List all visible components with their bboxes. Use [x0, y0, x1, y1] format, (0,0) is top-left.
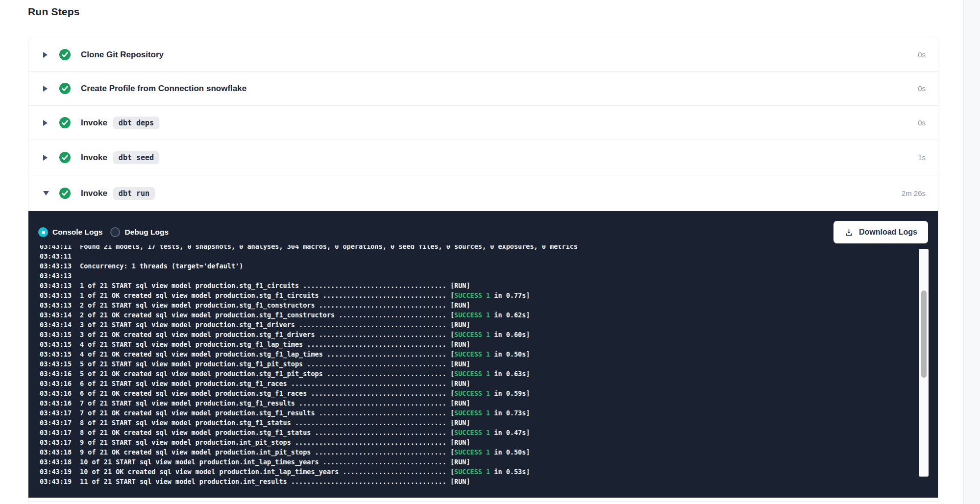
step-row-dbt-seed[interactable]: Invoke dbt seed 1s — [28, 140, 938, 175]
log-line: 03:43:153 of 21 OK created sql view mode… — [40, 330, 908, 339]
log-type-switcher: Console Logs Debug Logs — [38, 227, 176, 237]
page-title: Run Steps — [28, 6, 80, 18]
log-line: 03:43:1810 of 21 START sql view model pr… — [40, 457, 908, 467]
step-label: Create Profile from Connection snowflake — [81, 84, 246, 94]
radio-debug-logs[interactable]: Debug Logs — [110, 227, 169, 237]
log-line: 03:43:11Found 21 models, 17 tests, 0 sna… — [40, 245, 908, 251]
step-row-dbt-run[interactable]: Invoke dbt run 2m 26s — [28, 175, 938, 211]
step-row-dbt-deps[interactable]: Invoke dbt deps 0s — [28, 106, 938, 140]
log-line: 03:43:142 of 21 OK created sql view mode… — [40, 310, 908, 320]
log-line: 03:43:1911 of 21 START sql view model pr… — [40, 477, 908, 486]
radio-unselected-icon[interactable] — [110, 227, 120, 237]
step-duration: 2m 26s — [902, 189, 926, 197]
step-label: Invoke — [81, 153, 107, 163]
panel-bottom-gap — [28, 498, 938, 501]
log-line: 03:43:154 of 21 OK created sql view mode… — [40, 349, 908, 359]
step-duration: 0s — [918, 119, 926, 127]
expand-caret-icon[interactable] — [43, 52, 48, 58]
success-check-icon — [59, 152, 71, 163]
success-check-icon — [59, 83, 71, 94]
log-line: 03:43:143 of 21 START sql view model pro… — [40, 320, 908, 330]
success-check-icon — [59, 49, 71, 60]
command-badge: dbt seed — [113, 151, 159, 164]
expand-caret-icon[interactable] — [43, 120, 48, 126]
step-label: Invoke — [81, 189, 107, 198]
step-duration: 1s — [918, 153, 926, 162]
radio-label: Debug Logs — [124, 228, 169, 237]
log-line: 03:43:13 — [40, 271, 908, 281]
success-check-icon — [59, 117, 71, 128]
log-scrollbar-track[interactable] — [919, 249, 929, 477]
radio-selected-icon[interactable] — [38, 227, 48, 237]
log-line: 03:43:167 of 21 START sql view model pro… — [40, 398, 908, 408]
radio-label: Console Logs — [52, 228, 102, 237]
log-line: 03:43:131 of 21 START sql view model pro… — [40, 281, 908, 290]
command-badge: dbt deps — [113, 117, 159, 129]
expand-caret-icon[interactable] — [43, 86, 48, 92]
log-line: 03:43:178 of 21 OK created sql view mode… — [40, 428, 908, 437]
log-line: 03:43:177 of 21 OK created sql view mode… — [40, 408, 908, 418]
console-log[interactable]: 03:43:11Found 21 models, 17 tests, 0 sna… — [40, 245, 908, 496]
radio-console-logs[interactable]: Console Logs — [38, 227, 102, 237]
log-line: 03:43:13Concurrency: 1 threads (target='… — [40, 261, 908, 271]
log-line: 03:43:155 of 21 START sql view model pro… — [40, 359, 908, 369]
page-right-gutter — [963, 0, 980, 504]
log-line: 03:43:1910 of 21 OK created sql view mod… — [40, 467, 908, 477]
page: Run Steps Clone Git Repository 0s Create… — [0, 0, 980, 504]
download-logs-button[interactable]: Download Logs — [833, 221, 928, 243]
log-line: 03:43:165 of 21 OK created sql view mode… — [40, 369, 908, 379]
log-scrollbar-thumb[interactable] — [921, 290, 927, 378]
download-icon — [844, 228, 854, 237]
collapse-caret-icon[interactable] — [43, 191, 49, 195]
step-row-clone-git[interactable]: Clone Git Repository 0s — [28, 38, 938, 72]
log-line: 03:43:189 of 21 OK created sql view mode… — [40, 447, 908, 457]
step-label: Invoke — [81, 118, 107, 128]
console-panel: Console Logs Debug Logs Download Logs 03… — [28, 211, 938, 498]
log-line: 03:43:166 of 21 START sql view model pro… — [40, 379, 908, 388]
expand-caret-icon[interactable] — [43, 155, 48, 161]
download-logs-label: Download Logs — [859, 228, 917, 237]
next-step-row-partial — [28, 501, 938, 504]
log-line: 03:43:131 of 21 OK created sql view mode… — [40, 290, 908, 300]
success-check-icon — [59, 188, 71, 199]
step-duration: 0s — [918, 84, 926, 93]
log-line: 03:43:179 of 21 START sql view model pro… — [40, 437, 908, 447]
log-line: 03:43:132 of 21 START sql view model pro… — [40, 300, 908, 310]
run-steps-card: Clone Git Repository 0s Create Profile f… — [28, 38, 938, 504]
log-line: 03:43:11 — [40, 251, 908, 261]
step-duration: 0s — [918, 50, 926, 59]
step-row-create-profile[interactable]: Create Profile from Connection snowflake… — [28, 72, 938, 106]
log-line: 03:43:154 of 21 START sql view model pro… — [40, 339, 908, 349]
command-badge: dbt run — [113, 187, 155, 200]
log-line: 03:43:166 of 21 OK created sql view mode… — [40, 388, 908, 398]
log-line: 03:43:178 of 21 START sql view model pro… — [40, 418, 908, 428]
step-label: Clone Git Repository — [81, 50, 164, 60]
